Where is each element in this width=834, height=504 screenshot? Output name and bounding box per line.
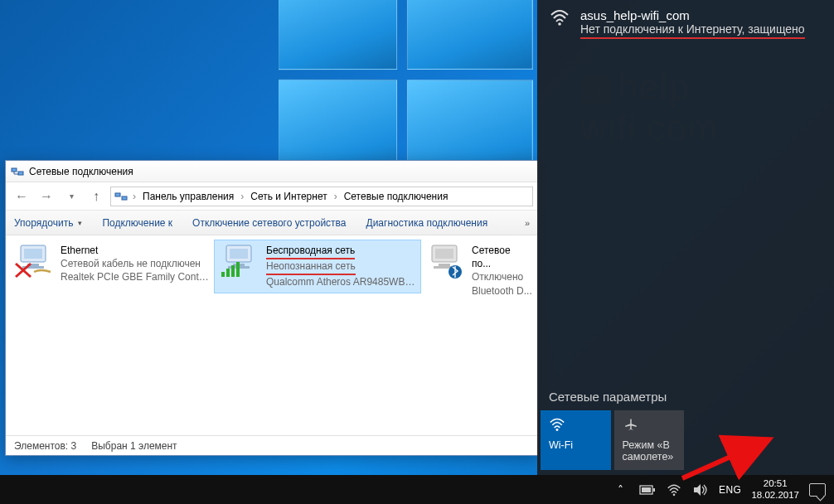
tray-overflow-icon[interactable]: ˄ <box>613 475 629 504</box>
clock[interactable]: 20:51 18.02.2017 <box>751 475 799 504</box>
network-status: Нет подключения к Интернету, защищено <box>580 22 805 39</box>
wifi-flyout-panel: asus_help-wifi_com Нет подключения к Инт… <box>537 0 834 475</box>
connection-name: Сетевое по... <box>472 244 532 270</box>
tile-label: Wi-Fi <box>549 439 573 451</box>
connection-detail: Qualcomm Atheros AR9485WB-E... <box>266 275 415 288</box>
status-element-count: Элементов: 3 <box>14 440 76 452</box>
date: 18.02.2017 <box>751 490 799 501</box>
taskbar: ˄ ENG 20:51 18.02.2017 <box>0 475 834 504</box>
network-icon <box>114 190 128 203</box>
windows-logo <box>279 0 533 186</box>
connection-name: Беспроводная сеть <box>266 244 415 259</box>
recent-dropdown[interactable]: ▾ <box>61 186 82 207</box>
action-center-icon[interactable] <box>809 475 826 504</box>
network-icon <box>11 165 24 178</box>
svg-rect-16 <box>231 265 235 277</box>
ethernet-icon <box>14 244 54 279</box>
connection-name: Ethernet <box>61 244 210 257</box>
connection-detail: Realtek PCIe GBE Family Controller <box>61 270 210 284</box>
svg-rect-11 <box>230 249 248 259</box>
disable-device-button[interactable]: Отключение сетевого устройства <box>192 217 346 229</box>
wireless-icon <box>220 244 259 279</box>
svg-rect-2 <box>115 193 120 196</box>
network-connections-window: Сетевые подключения ← → ▾ ↑ › Панель упр… <box>5 160 539 456</box>
language-indicator[interactable]: ENG <box>719 475 742 504</box>
wifi-tile[interactable]: Wi-Fi <box>541 410 611 470</box>
up-button[interactable]: ↑ <box>85 186 107 207</box>
diagnostics-button[interactable]: Диагностика подключения <box>366 217 488 229</box>
connection-detail: Bluetooth D... <box>472 284 532 298</box>
svg-rect-26 <box>653 488 655 492</box>
connection-wireless[interactable]: Беспроводная сеть Неопознанная сеть Qual… <box>215 240 420 293</box>
connection-status: Неопознанная сеть <box>266 259 415 275</box>
wifi-icon <box>549 8 570 31</box>
breadcrumb[interactable]: › Панель управления › Сеть и Интернет › … <box>110 187 533 206</box>
battery-icon[interactable] <box>639 475 656 504</box>
toolbar: Упорядочить Подключение к Отключение сет… <box>6 211 538 235</box>
airplane-icon <box>623 417 639 436</box>
svg-rect-5 <box>24 249 42 259</box>
wifi-tray-icon[interactable] <box>666 475 682 504</box>
organize-menu[interactable]: Упорядочить <box>14 217 82 229</box>
status-selection: Выбран 1 элемент <box>91 440 177 452</box>
svg-point-23 <box>558 22 561 26</box>
chevron-right-icon: › <box>332 191 339 202</box>
svg-point-24 <box>556 429 559 431</box>
svg-rect-15 <box>226 269 230 277</box>
quick-action-tiles: Wi-Fi Режим «В самолете» <box>537 410 834 475</box>
svg-point-28 <box>673 493 676 496</box>
network-name: asus_help-wifi_com <box>580 8 805 22</box>
back-button[interactable]: ← <box>11 186 32 207</box>
connection-ethernet[interactable]: Ethernet Сетевой кабель не подключен Rea… <box>9 240 215 288</box>
network-settings-heading[interactable]: Сетевые параметры <box>537 390 834 410</box>
svg-rect-14 <box>221 272 225 277</box>
connection-bluetooth[interactable]: Сетевое по... Отключено Bluetooth D... <box>420 240 528 301</box>
airplane-mode-tile[interactable]: Режим «В самолете» <box>614 410 685 470</box>
wifi-icon <box>549 417 565 436</box>
svg-rect-19 <box>435 249 453 259</box>
volume-icon[interactable] <box>692 475 709 504</box>
connection-status: Сетевой кабель не подключен <box>61 257 210 270</box>
connections-list: Ethernet Сетевой кабель не подключен Rea… <box>6 235 538 435</box>
status-bar: Элементов: 3 Выбран 1 элемент <box>6 435 538 455</box>
window-title: Сетевые подключения <box>29 166 133 177</box>
svg-rect-0 <box>12 168 17 172</box>
svg-rect-17 <box>236 262 240 277</box>
current-network-row[interactable]: asus_help-wifi_com Нет подключения к Инт… <box>537 0 834 44</box>
chevron-right-icon: › <box>239 191 245 202</box>
connect-to-button[interactable]: Подключение к <box>102 217 172 229</box>
crumb-control-panel[interactable]: Панель управления <box>139 191 237 202</box>
svg-rect-20 <box>439 264 450 266</box>
time: 20:51 <box>764 478 788 489</box>
chevron-right-icon: › <box>131 191 138 202</box>
toolbar-overflow-icon[interactable]: » <box>525 218 530 228</box>
address-bar: ← → ▾ ↑ › Панель управления › Сеть и Инт… <box>6 182 538 211</box>
svg-rect-27 <box>642 487 651 492</box>
system-tray: ˄ ENG 20:51 18.02.2017 <box>604 475 834 504</box>
crumb-network-connections[interactable]: Сетевые подключения <box>341 191 452 202</box>
tile-label-line2: самолете» <box>623 451 674 463</box>
tile-label-line1: Режим «В <box>623 439 674 451</box>
forward-button[interactable]: → <box>36 186 57 207</box>
svg-rect-3 <box>122 196 127 200</box>
connection-status: Отключено <box>472 270 532 284</box>
titlebar[interactable]: Сетевые подключения <box>6 161 538 182</box>
bluetooth-icon <box>425 244 465 279</box>
crumb-network-internet[interactable]: Сеть и Интернет <box>247 191 330 202</box>
